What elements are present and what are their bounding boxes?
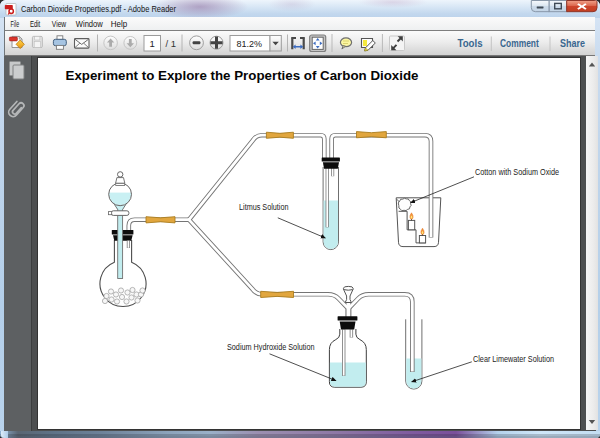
svg-text:Clear Limewater Solution: Clear Limewater Solution [473, 354, 554, 364]
svg-text:Litmus Solution: Litmus Solution [239, 202, 289, 212]
svg-text:Cotton with Sodium Oxide: Cotton with Sodium Oxide [475, 167, 559, 177]
svg-text:Experiment to Explore the Prop: Experiment to Explore the Properties of … [66, 68, 419, 83]
svg-text:Sodium Hydroxide Solution: Sodium Hydroxide Solution [227, 342, 315, 352]
